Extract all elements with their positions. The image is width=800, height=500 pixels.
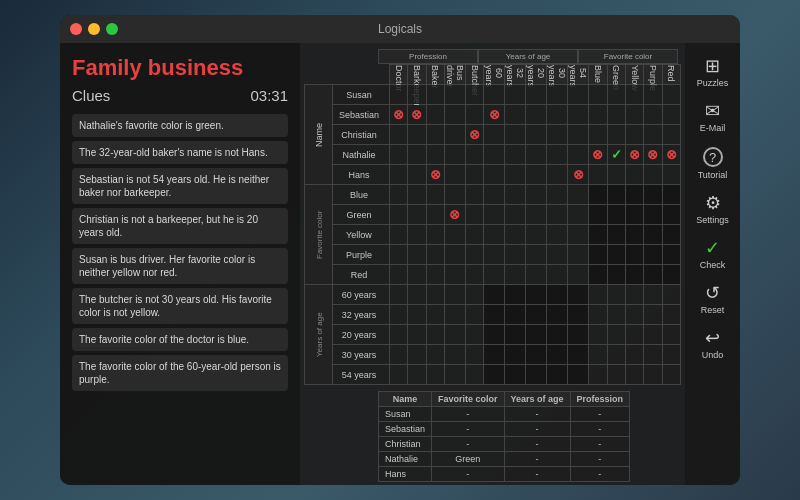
cell[interactable] (426, 265, 444, 285)
cell[interactable] (625, 305, 643, 325)
cell[interactable] (644, 325, 662, 345)
cell[interactable] (389, 365, 407, 385)
cell[interactable] (465, 225, 483, 245)
cell[interactable] (607, 365, 625, 385)
cell[interactable] (644, 85, 662, 105)
cell[interactable] (444, 185, 465, 205)
reset-button[interactable]: ↺ Reset (690, 278, 736, 321)
cell[interactable] (547, 225, 568, 245)
cell[interactable] (662, 105, 680, 125)
cell[interactable] (426, 125, 444, 145)
cell[interactable] (662, 125, 680, 145)
tutorial-button[interactable]: ? Tutorial (690, 141, 736, 186)
cell[interactable] (568, 245, 589, 265)
cell[interactable] (505, 85, 526, 105)
cell[interactable] (426, 105, 444, 125)
cell[interactable]: ⊗ (589, 145, 607, 165)
cell[interactable] (465, 285, 483, 305)
cell[interactable] (426, 245, 444, 265)
cell[interactable] (589, 345, 607, 365)
cell[interactable]: ✓ (607, 145, 625, 165)
cell[interactable] (408, 305, 426, 325)
cell[interactable] (426, 365, 444, 385)
cell[interactable] (568, 125, 589, 145)
cell[interactable] (465, 365, 483, 385)
cell[interactable] (426, 305, 444, 325)
cell[interactable] (389, 285, 407, 305)
close-button[interactable] (70, 23, 82, 35)
cell[interactable]: ⊗ (426, 165, 444, 185)
cell[interactable] (408, 185, 426, 205)
cell[interactable] (484, 125, 505, 145)
cell[interactable] (444, 265, 465, 285)
cell[interactable] (644, 125, 662, 145)
cell[interactable] (547, 245, 568, 265)
cell[interactable] (444, 245, 465, 265)
cell[interactable] (625, 365, 643, 385)
cell[interactable] (426, 345, 444, 365)
cell[interactable] (426, 325, 444, 345)
cell[interactable] (444, 305, 465, 325)
cell[interactable] (465, 85, 483, 105)
cell[interactable] (526, 265, 547, 285)
cell[interactable] (644, 365, 662, 385)
cell[interactable] (644, 305, 662, 325)
cell[interactable] (625, 285, 643, 305)
cell[interactable] (505, 265, 526, 285)
cell[interactable] (547, 105, 568, 125)
cell[interactable] (465, 265, 483, 285)
cell[interactable] (607, 125, 625, 145)
clue-item[interactable]: Nathalie's favorite color is green. (72, 114, 288, 137)
cell[interactable] (465, 325, 483, 345)
cell[interactable] (607, 305, 625, 325)
cell[interactable] (662, 85, 680, 105)
cell[interactable] (484, 165, 505, 185)
cell[interactable] (465, 165, 483, 185)
puzzles-button[interactable]: ⊞ Puzzles (690, 51, 736, 94)
cell[interactable] (607, 325, 625, 345)
cell[interactable] (526, 185, 547, 205)
minimize-button[interactable] (88, 23, 100, 35)
cell[interactable] (408, 365, 426, 385)
cell[interactable] (408, 125, 426, 145)
cell[interactable] (408, 165, 426, 185)
cell[interactable] (568, 205, 589, 225)
cell[interactable] (465, 345, 483, 365)
cell[interactable] (444, 325, 465, 345)
cell[interactable] (644, 285, 662, 305)
clue-item[interactable]: Susan is bus driver. Her favorite color … (72, 248, 288, 284)
cell[interactable] (389, 85, 407, 105)
cell[interactable] (568, 185, 589, 205)
cell[interactable] (526, 225, 547, 245)
settings-button[interactable]: ⚙ Settings (690, 188, 736, 231)
clue-item[interactable]: The favorite color of the doctor is blue… (72, 328, 288, 351)
cell[interactable] (426, 145, 444, 165)
cell[interactable] (444, 285, 465, 305)
cell[interactable] (526, 165, 547, 185)
cell[interactable] (465, 305, 483, 325)
cell[interactable] (607, 345, 625, 365)
cell[interactable] (484, 85, 505, 105)
cell[interactable] (547, 265, 568, 285)
cell[interactable] (505, 205, 526, 225)
clue-item[interactable]: The butcher is not 30 years old. His fav… (72, 288, 288, 324)
cell[interactable] (589, 285, 607, 305)
cell[interactable] (484, 245, 505, 265)
cell[interactable] (526, 105, 547, 125)
cell[interactable] (444, 345, 465, 365)
cell[interactable] (526, 85, 547, 105)
cell[interactable] (547, 205, 568, 225)
cell[interactable] (426, 285, 444, 305)
cell[interactable] (389, 145, 407, 165)
cell[interactable] (484, 265, 505, 285)
cell[interactable] (484, 185, 505, 205)
cell[interactable] (465, 105, 483, 125)
cell[interactable] (589, 85, 607, 105)
cell[interactable] (426, 225, 444, 245)
cell[interactable] (505, 145, 526, 165)
cell[interactable] (547, 185, 568, 205)
clue-item[interactable]: Christian is not a barkeeper, but he is … (72, 208, 288, 244)
cell[interactable] (625, 85, 643, 105)
cell[interactable] (389, 345, 407, 365)
cell[interactable] (625, 165, 643, 185)
